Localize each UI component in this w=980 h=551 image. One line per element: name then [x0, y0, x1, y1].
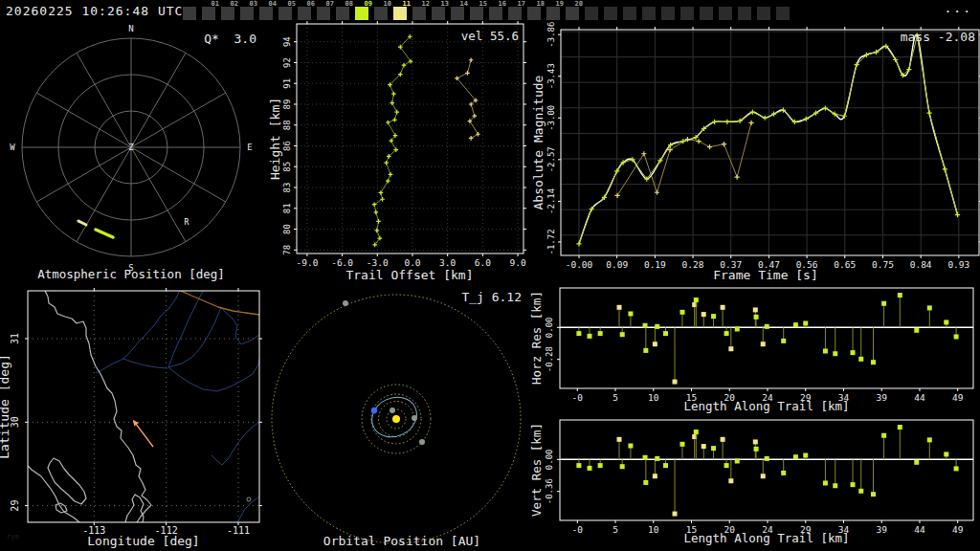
- planet-dot: [412, 415, 417, 421]
- x-tick-label: 0.75: [872, 259, 894, 270]
- residual-point: [653, 342, 657, 346]
- residual-point: [655, 324, 659, 329]
- res-axis-label: Horz Res [km]: [529, 291, 544, 385]
- residual-point: [663, 463, 668, 468]
- x-tick-label: 0.65: [834, 259, 856, 270]
- residual-point: [753, 307, 758, 312]
- trail-offset-axis-label: Trail Offset [km]: [345, 268, 473, 282]
- residual-point: [858, 357, 863, 362]
- x-tick-label: 5: [612, 524, 618, 535]
- x-tick-label: 3.0: [439, 257, 456, 268]
- residual-point: [655, 456, 659, 461]
- lightcurve-fit-line: [579, 34, 958, 244]
- orbital-axis-label: Orbital Position [AU]: [323, 534, 480, 548]
- residual-point: [679, 442, 684, 447]
- chart-layer: NESWZRQ* 3.0Atmospheric Position [deg]-9…: [0, 0, 980, 551]
- lon-tick-label: -111: [227, 525, 250, 536]
- residual-point: [793, 322, 798, 327]
- residual-point: [793, 454, 798, 459]
- residual-point: [944, 452, 948, 456]
- x-tick-label: -0: [572, 392, 584, 403]
- residual-point: [628, 311, 633, 316]
- residual-point: [643, 323, 648, 328]
- sun-dot: [392, 415, 400, 423]
- residual-point: [898, 293, 902, 298]
- height-axis-label: Height [km]: [268, 98, 282, 180]
- river-line: [123, 359, 167, 368]
- residual-point: [694, 430, 699, 434]
- mass-readout: mass -2.08: [901, 30, 975, 44]
- residual-point: [761, 474, 766, 478]
- residual-point: [620, 332, 625, 337]
- planet-dot: [343, 300, 348, 306]
- y-tick-label: 91: [282, 78, 292, 89]
- y-tick-label: 0.00: [545, 317, 554, 338]
- y-tick-label: 81: [282, 203, 292, 213]
- longitude-axis-label: Longitude [deg]: [87, 534, 199, 548]
- residual-point: [914, 328, 919, 333]
- y-tick-label: 94: [282, 36, 292, 47]
- residual-point: [702, 444, 706, 449]
- y-tick-label: 89: [282, 99, 292, 110]
- map-marker: [247, 497, 251, 501]
- res-axis-label: Vert Res [km]: [529, 423, 544, 517]
- residual-point: [833, 483, 837, 488]
- residual-point: [643, 480, 648, 485]
- residual-point: [823, 348, 828, 353]
- island-outline: [48, 458, 86, 504]
- residual-point: [724, 463, 729, 468]
- residual-point: [735, 326, 740, 331]
- residual-point: [673, 512, 678, 517]
- residual-point: [588, 334, 592, 339]
- coastline: [45, 291, 151, 522]
- residual-point: [914, 460, 919, 465]
- x-tick-label: 39: [876, 392, 887, 403]
- residual-point: [702, 312, 706, 317]
- residual-point: [761, 342, 766, 346]
- tisserand-readout: T_j 6.12: [461, 290, 522, 304]
- residual-point: [927, 305, 932, 310]
- residual-point: [851, 482, 856, 487]
- y-tick-label: -3.86: [546, 22, 556, 48]
- latitude-axis-label: Latitude [deg]: [0, 354, 11, 459]
- residual-point: [954, 466, 959, 471]
- residual-point: [576, 463, 581, 468]
- residual-point: [944, 320, 948, 324]
- residual-point: [721, 437, 725, 442]
- x-tick-label: 10: [648, 524, 659, 535]
- y-tick-label: 88: [282, 120, 292, 130]
- residual-point: [823, 480, 828, 485]
- residual-point: [694, 298, 699, 302]
- residual-point: [673, 380, 678, 385]
- x-tick-label: 39: [876, 524, 887, 535]
- map-layers: [28, 290, 259, 522]
- river-line: [237, 496, 259, 522]
- residual-point: [598, 331, 603, 336]
- y-tick-label: -1.72: [546, 229, 556, 254]
- residual-point: [765, 324, 769, 329]
- residual-point: [617, 305, 622, 310]
- lat-tick-label: 29: [10, 500, 20, 512]
- residual-point: [754, 315, 759, 320]
- residual-point: [598, 463, 603, 468]
- lightcurve-station-1: [579, 35, 958, 244]
- q-star-readout: Q* 3.0: [204, 32, 256, 46]
- residual-point: [803, 453, 808, 458]
- residual-point: [588, 466, 592, 471]
- x-tick-label: 0.93: [947, 259, 969, 270]
- y-tick-label: -2.14: [546, 188, 556, 214]
- length-axis-label: Length Along Trail [km]: [683, 399, 849, 413]
- y-tick-label: -2.57: [546, 146, 556, 172]
- river-line: [96, 290, 180, 373]
- residual-point: [833, 351, 837, 356]
- y-tick-label: -0.36: [545, 478, 554, 504]
- residual-point: [754, 447, 759, 452]
- vert-residuals-panel: -051015202429343944490.00-0.36Length Alo…: [529, 420, 973, 545]
- residual-point: [881, 301, 886, 306]
- river-line: [221, 307, 259, 344]
- planet-dot: [390, 408, 395, 413]
- y-tick-label: -0.28: [545, 346, 554, 372]
- x-tick-label: -0: [572, 524, 584, 535]
- x-tick-label: 0.84: [910, 259, 932, 270]
- y-tick-label: 85: [282, 162, 292, 172]
